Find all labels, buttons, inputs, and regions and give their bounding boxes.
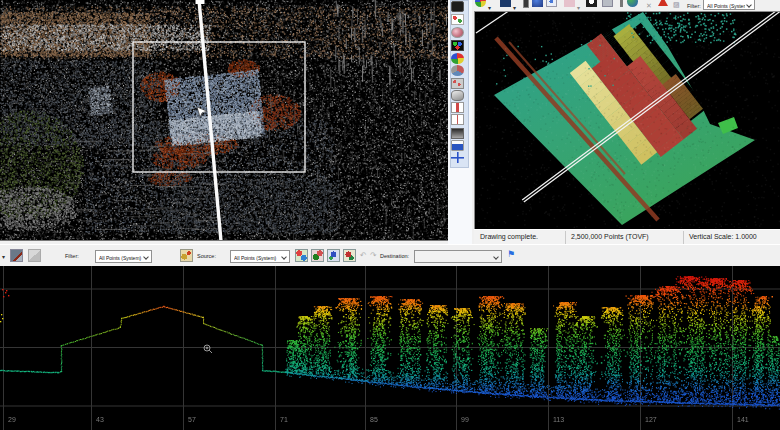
status-point-count: 2,500,000 Points (TOVF) [571,233,649,240]
pan-tool-icon[interactable] [451,152,464,163]
color-wheel-alt-icon[interactable] [451,65,464,76]
dropdown-arrow-icon[interactable]: ▾ [488,4,491,11]
profile-tool-icon[interactable] [10,249,23,262]
divider-icon [620,0,623,7]
classify-points-icon[interactable] [451,14,464,25]
filter-dropdown[interactable]: All Points (System) [703,0,755,10]
warning-triangle-icon[interactable] [658,0,668,6]
dropdown-arrow3-icon[interactable]: ▾ [577,4,580,11]
filter-label: Filter: [65,253,79,259]
elevation-toolbar: ▾ ▾ ▾ ✕ ▨ Filter: All Points (System) [472,0,780,11]
elevation-point-cloud-view[interactable] [474,11,780,229]
ortho-canvas [0,0,448,240]
flag-icon[interactable]: ⚑ [507,249,515,259]
classify-building-icon[interactable] [327,249,340,262]
destination-label: Destination: [380,253,409,259]
elevation-canvas [475,12,780,228]
cylinder-tool-icon[interactable] [451,90,464,101]
dropdown-arrow2-icon[interactable]: ▾ [513,4,516,11]
source-label: Source: [197,253,216,259]
globe-icon[interactable] [627,0,638,7]
abc-icon[interactable]: ▨ [673,1,680,9]
star-icon[interactable] [546,0,557,7]
ruler-label: 29 [8,416,16,423]
undo-icon[interactable]: ↶ [360,251,367,260]
section-tool-icon[interactable] [451,102,464,113]
water-tool-icon[interactable] [451,140,464,151]
source-icon[interactable] [180,249,193,262]
ruler-label: 127 [645,416,657,423]
lidar-app-window: ▾ ▾ ▾ ✕ ▨ Filter: All Points (System) [0,0,780,430]
profile-panel: ▾ Filter: All Points (System) Source: Al… [0,244,780,430]
view-display-icon[interactable] [451,1,464,12]
shade-tool-icon[interactable] [451,128,464,139]
vertical-toolbar [448,0,472,244]
ruler-label: 43 [96,416,104,423]
cut-icon[interactable] [564,0,575,7]
filter-dropdown[interactable]: All Points (System) [95,250,152,263]
profile-view[interactable]: 294357718599113127141 [0,266,780,430]
source-dropdown[interactable]: All Points (System) [230,250,290,263]
status-vertical-scale: Vertical Scale: 1.0000 [689,233,757,240]
elevation-view-panel: ▾ ▾ ▾ ✕ ▨ Filter: All Points (System) [472,0,780,244]
point-classes-icon[interactable] [451,40,464,51]
color-mode-icon[interactable] [475,0,486,7]
ruler-label: 71 [280,416,288,423]
classify-ground-icon[interactable] [295,249,308,262]
classify-other-icon[interactable] [343,249,356,262]
profile-canvas [0,266,780,430]
ruler-label: 57 [188,416,196,423]
display-mode-icon[interactable] [500,0,511,7]
snapshot-icon[interactable] [586,0,597,7]
ruler-label: 141 [737,416,749,423]
filter-label: Filter: [687,3,701,9]
status-bar: Drawing complete. 2,500,000 Points (TOVF… [474,229,780,244]
ruler-label: 113 [553,416,564,423]
bar-icon[interactable] [523,0,529,8]
ruler-label: 85 [370,416,378,423]
profile-toolbar: ▾ Filter: All Points (System) Source: Al… [0,244,780,266]
section-thin-tool-icon[interactable] [451,114,464,125]
scene-icon[interactable] [532,0,543,7]
destination-dropdown[interactable] [414,250,502,263]
ruler-label: 99 [461,416,469,423]
status-message: Drawing complete. [480,233,538,240]
menu-arrow-icon[interactable]: ▾ [2,253,5,260]
ortho-point-cloud-view[interactable] [0,0,448,241]
color-wheel-icon[interactable] [451,53,464,64]
save-icon[interactable] [602,0,613,7]
redo-icon[interactable]: ↷ [370,251,377,260]
copy-tool-icon[interactable] [28,249,41,262]
sphere-tool-icon[interactable] [451,27,464,38]
close-x-icon[interactable]: ✕ [646,2,652,10]
classify-veg-icon[interactable] [311,249,324,262]
grid-tool-icon[interactable] [451,78,464,89]
